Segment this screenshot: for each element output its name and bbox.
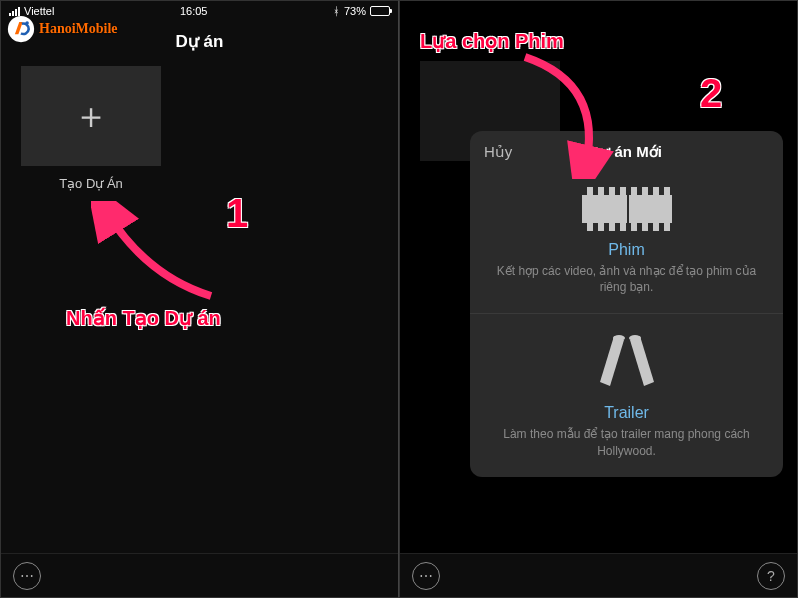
svg-point-1 bbox=[25, 21, 29, 25]
option-movie-title: Phim bbox=[490, 241, 763, 259]
option-trailer-title: Trailer bbox=[490, 404, 763, 422]
annotation-arrow-2-icon bbox=[515, 49, 645, 179]
battery-icon bbox=[370, 6, 390, 16]
annotation-arrow-1-icon bbox=[91, 201, 241, 311]
screen-projects: HanoiMobile Viettel 16:05 ᚼ 73% Dự án ＋ … bbox=[0, 0, 399, 598]
screen-new-project-modal: Lựa chọn Phim 2 Hủy Dự án Mới Phim Kết h… bbox=[399, 0, 798, 598]
svg-marker-2 bbox=[600, 336, 624, 386]
new-project-modal: Hủy Dự án Mới Phim Kết hợp các video, ản… bbox=[470, 131, 783, 477]
bottom-toolbar: ⋯ bbox=[1, 553, 398, 597]
more-button[interactable]: ⋯ bbox=[13, 562, 41, 590]
filmstrip-icon bbox=[490, 187, 763, 231]
more-button[interactable]: ⋯ bbox=[412, 562, 440, 590]
help-button[interactable]: ? bbox=[757, 562, 785, 590]
create-project-label: Tạo Dự Án bbox=[21, 176, 161, 191]
svg-point-0 bbox=[8, 16, 34, 42]
spotlights-icon bbox=[490, 334, 763, 394]
watermark-text: HanoiMobile bbox=[39, 21, 118, 37]
more-icon: ⋯ bbox=[20, 568, 34, 584]
help-icon: ? bbox=[767, 568, 775, 584]
bottom-toolbar: ⋯ ? bbox=[400, 553, 797, 597]
option-trailer[interactable]: Trailer Làm theo mẫu để tạo trailer mang… bbox=[470, 313, 783, 476]
option-movie-desc: Kết hợp các video, ảnh và nhạc để tạo ph… bbox=[490, 263, 763, 295]
svg-point-4 bbox=[613, 335, 625, 341]
svg-marker-3 bbox=[630, 336, 654, 386]
more-icon: ⋯ bbox=[419, 568, 433, 584]
watermark: HanoiMobile bbox=[7, 15, 118, 43]
plus-icon: ＋ bbox=[73, 98, 109, 134]
option-trailer-desc: Làm theo mẫu để tạo trailer mang phong c… bbox=[490, 426, 763, 458]
battery-pct: 73% bbox=[344, 5, 366, 17]
create-project-tile[interactable]: ＋ bbox=[21, 66, 161, 166]
cancel-button[interactable]: Hủy bbox=[484, 143, 512, 161]
svg-point-5 bbox=[629, 335, 641, 341]
option-movie[interactable]: Phim Kết hợp các video, ảnh và nhạc để t… bbox=[470, 167, 783, 313]
bluetooth-icon: ᚼ bbox=[333, 5, 340, 17]
watermark-logo-icon bbox=[7, 15, 35, 43]
